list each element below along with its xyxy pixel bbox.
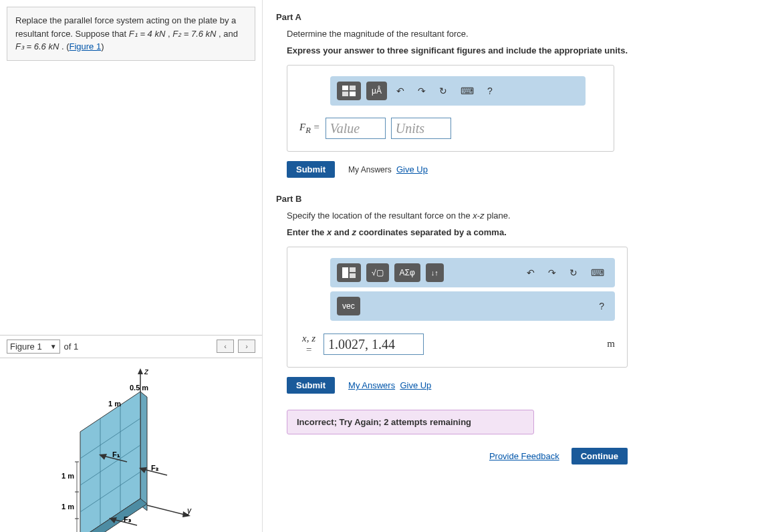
f1-value: F₁ = 4 kN: [129, 29, 166, 39]
templates-icon[interactable]: [337, 263, 361, 282]
provide-feedback-link[interactable]: Provide Feedback: [489, 451, 559, 461]
keyboard-icon[interactable]: ⌨: [587, 265, 608, 281]
give-up-link[interactable]: Give Up: [396, 164, 428, 174]
svg-rect-28: [342, 267, 348, 278]
figure-navigation: Figure 1 ▼ of 1 ‹ ›: [0, 335, 262, 358]
sqrt-button[interactable]: √▢: [366, 263, 389, 282]
units-input[interactable]: Units: [391, 118, 451, 139]
part-b-instruction: Enter the x and z coordinates separated …: [287, 227, 757, 237]
svg-line-2: [147, 505, 187, 515]
part-a-title: Part A: [276, 12, 757, 22]
force-f3: F₃: [124, 515, 132, 523]
svg-marker-1: [138, 368, 143, 374]
force-f2: F₂: [151, 464, 158, 472]
svg-rect-24: [342, 86, 348, 90]
dim-1m-a: 1 m: [61, 472, 74, 480]
part-b-title: Part B: [276, 194, 757, 204]
dim-1m-top: 1 m: [108, 400, 121, 408]
vec-button[interactable]: vec: [337, 297, 360, 315]
part-a-instruction: Express your answer to three significant…: [287, 45, 757, 55]
part-b-toolbar-2: vec ?: [330, 291, 615, 321]
part-a-desc: Determine the magnitude of the resultant…: [287, 29, 757, 39]
part-b-submit-button[interactable]: Submit: [287, 377, 335, 394]
value-input[interactable]: Value: [326, 118, 386, 139]
fr-label: FR =: [299, 122, 320, 136]
figure-diagram: z y x 0.5 m 1 m: [0, 358, 262, 533]
my-answers-label: My Answers: [348, 165, 392, 174]
force-f1: F₁: [112, 450, 120, 458]
chevron-down-icon: ▼: [50, 343, 57, 350]
help-icon[interactable]: ?: [595, 298, 608, 314]
xz-input[interactable]: 1.0027, 1.44: [324, 334, 424, 355]
undo-icon[interactable]: ↶: [523, 265, 539, 281]
help-icon[interactable]: ?: [483, 83, 497, 99]
dim-05m-top: 0.5 m: [130, 384, 148, 392]
my-answers-link[interactable]: My Answers: [348, 380, 395, 390]
unit-label: m: [607, 338, 615, 350]
f3-value: F₃ = 6.6 kN: [15, 41, 59, 51]
part-b-toolbar-1: √▢ ΑΣφ ↓↑ ↶ ↷ ↻ ⌨: [330, 258, 615, 287]
part-a-answer-box: μÅ ↶ ↷ ↻ ⌨ ? FR = Value Units: [287, 65, 614, 152]
figure-select-label: Figure 1: [10, 342, 42, 352]
templates-icon[interactable]: [337, 82, 361, 100]
part-b-answer-box: √▢ ΑΣφ ↓↑ ↶ ↷ ↻ ⌨ vec ? x, z= 1.0027, 1.…: [287, 247, 628, 368]
f2-value: F₂ = 7.6 kN: [172, 29, 216, 39]
arrows-button[interactable]: ↓↑: [426, 263, 444, 282]
reset-icon[interactable]: ↻: [435, 83, 451, 99]
redo-icon[interactable]: ↷: [414, 83, 430, 99]
svg-rect-30: [350, 273, 356, 278]
svg-rect-27: [350, 92, 356, 96]
figure-count: of 1: [64, 342, 79, 352]
axis-y-label: y: [186, 506, 192, 515]
keyboard-icon[interactable]: ⌨: [457, 83, 478, 99]
units-button[interactable]: μÅ: [366, 82, 387, 100]
figure-select[interactable]: Figure 1 ▼: [7, 340, 60, 354]
figure-next-button[interactable]: ›: [238, 340, 255, 353]
problem-statement: Replace the parallel force system acting…: [7, 7, 255, 61]
continue-button[interactable]: Continue: [571, 448, 628, 464]
svg-rect-25: [350, 86, 356, 90]
redo-icon[interactable]: ↷: [544, 265, 560, 281]
svg-rect-29: [350, 267, 356, 272]
svg-rect-26: [342, 92, 348, 96]
axis-z-label: z: [144, 367, 149, 376]
feedback-message: Incorrect; Try Again; 2 attempts remaini…: [287, 410, 534, 434]
part-a-toolbar: μÅ ↶ ↷ ↻ ⌨ ?: [330, 76, 586, 106]
xz-label: x, z=: [299, 333, 318, 355]
part-a-submit-button[interactable]: Submit: [287, 161, 335, 178]
figure-prev-button[interactable]: ‹: [217, 340, 234, 353]
undo-icon[interactable]: ↶: [392, 83, 408, 99]
svg-marker-6: [140, 392, 147, 511]
dim-1m-b: 1 m: [61, 503, 74, 511]
give-up-link[interactable]: Give Up: [400, 380, 431, 390]
part-b-desc: Specify the location of the resultant fo…: [287, 211, 757, 221]
greek-button[interactable]: ΑΣφ: [394, 263, 420, 282]
figure-link[interactable]: Figure 1: [70, 41, 102, 51]
reset-icon[interactable]: ↻: [565, 265, 582, 281]
